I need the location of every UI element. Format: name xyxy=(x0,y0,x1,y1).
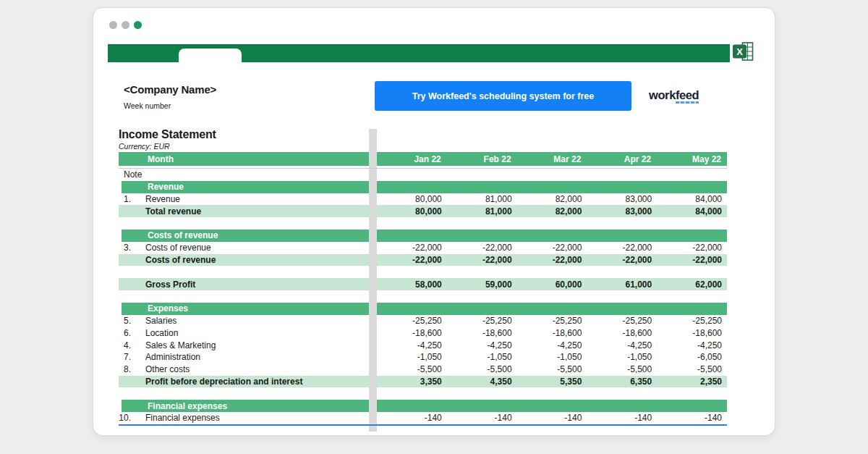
table-row-total: Profit before depreciation and interest3… xyxy=(119,376,727,388)
row-number: 7. xyxy=(119,351,136,363)
svg-text:X: X xyxy=(736,46,743,57)
cell-value: -22,000 xyxy=(517,242,587,254)
cell-value: 80,000 xyxy=(377,193,447,206)
page-background: X <Company Name> Week number Try Workfee… xyxy=(0,0,868,454)
total-value: -22,000 xyxy=(377,254,447,266)
cell-value: -5,500 xyxy=(447,363,517,376)
table-row-total: Gross Profit58,00059,00060,00061,00062,0… xyxy=(119,278,727,290)
window-dot-icon[interactable] xyxy=(109,21,117,29)
company-name: <Company Name> xyxy=(124,83,216,96)
cell-value: -18,600 xyxy=(657,327,727,339)
window-dot-icon[interactable] xyxy=(122,21,129,29)
cell-value: -22,000 xyxy=(657,242,727,254)
cell-value: -5,500 xyxy=(517,363,587,376)
cell-value: -22,000 xyxy=(587,242,657,254)
cell-value: -1,050 xyxy=(377,351,447,363)
section-header-band xyxy=(377,230,727,242)
cell-value: -4,250 xyxy=(517,339,587,351)
row-label: Administration xyxy=(136,351,369,363)
cell-value: -4,250 xyxy=(587,339,657,351)
sheet-tab[interactable] xyxy=(179,49,242,62)
month-header-cell: Jan 22 xyxy=(377,152,447,166)
total-row-label: Gross Profit xyxy=(119,278,369,290)
divider-gap xyxy=(369,242,377,254)
total-value: 2,350 xyxy=(657,376,727,388)
divider-gap xyxy=(369,351,377,363)
row-number: 3. xyxy=(119,242,136,254)
cell-value: -25,250 xyxy=(377,315,447,327)
cell-value: -25,250 xyxy=(517,315,587,327)
divider-gap xyxy=(369,363,377,376)
cell-value: -22,000 xyxy=(377,242,447,254)
workfeed-logo[interactable]: workfeed xyxy=(649,88,699,102)
cell-value: -18,600 xyxy=(447,327,517,339)
total-value: 84,000 xyxy=(657,205,727,217)
cell-value: -140 xyxy=(447,412,517,424)
logo-text-work: work xyxy=(649,88,676,101)
cell-value: -18,600 xyxy=(377,327,447,339)
row-label: Financial expenses xyxy=(136,412,369,424)
table-row-section: Revenue xyxy=(119,181,727,193)
cell-value: 83,000 xyxy=(587,193,657,206)
table-row-data: 1.Revenue80,00081,00082,00083,00084,000 xyxy=(119,193,727,206)
cell-value: -140 xyxy=(377,412,447,424)
total-row-label: Costs of revenue xyxy=(119,254,369,266)
excel-icon: X xyxy=(733,41,754,62)
section-header-band xyxy=(377,181,727,193)
table-row-data: 5.Salaries-25,250-25,250-25,250-25,250-2… xyxy=(119,315,727,327)
row-number: 5. xyxy=(119,315,136,327)
cell-value: -25,250 xyxy=(447,315,517,327)
table-row-data: 3.Costs of revenue-22,000-22,000-22,000-… xyxy=(119,242,727,254)
cta-button[interactable]: Try Workfeed's scheduling system for fre… xyxy=(375,81,631,111)
cell-value: -1,050 xyxy=(587,351,657,363)
cell-value: -4,250 xyxy=(377,339,447,351)
month-header-cell: Mar 22 xyxy=(517,152,587,166)
cell-value: -4,250 xyxy=(657,339,727,351)
total-value: 3,350 xyxy=(377,376,447,388)
table-row-data: 10.Financial expenses-140-140-140-140-14… xyxy=(119,412,727,424)
total-value: -22,000 xyxy=(587,254,657,266)
month-header-cell: Feb 22 xyxy=(447,152,517,166)
table-row-spacer xyxy=(119,217,727,230)
divider-gap xyxy=(369,181,377,193)
section-header-label: Costs of revenue xyxy=(122,230,369,242)
divider-gap xyxy=(369,376,377,388)
total-row-label: Total revenue xyxy=(119,205,369,217)
divider-gap xyxy=(369,339,377,351)
total-value: 6,350 xyxy=(587,376,657,388)
row-label: Other costs xyxy=(136,363,369,376)
income-statement-table: Month Jan 22 Feb 22 Mar 22 Apr 22 May 22… xyxy=(119,152,727,426)
table-row-section: Costs of revenue xyxy=(119,230,727,242)
cell-value: -5,500 xyxy=(587,363,657,376)
row-number: 10. xyxy=(119,412,136,424)
cell-value: -22,000 xyxy=(447,242,517,254)
table-row-data: 8.Other costs-5,500-5,500-5,500-5,500-5,… xyxy=(119,363,727,376)
table-row-total: Total revenue80,00081,00082,00083,00084,… xyxy=(119,205,727,217)
cell-value: -6,050 xyxy=(657,351,727,363)
window-controls xyxy=(109,21,142,29)
divider-gap xyxy=(369,400,377,412)
row-label: Sales & Marketing xyxy=(136,339,369,351)
divider-gap xyxy=(369,315,377,327)
row-number: 4. xyxy=(119,339,136,351)
cell-value: -18,600 xyxy=(587,327,657,339)
window-dot-icon[interactable] xyxy=(134,21,142,29)
section-header-band xyxy=(377,400,727,412)
cell-value: -140 xyxy=(517,412,587,424)
divider-gap xyxy=(369,303,377,315)
table-row-section: Financial expenses xyxy=(119,400,727,412)
total-value: 59,000 xyxy=(447,278,517,290)
cell-value: -5,500 xyxy=(377,363,447,376)
cell-value: 82,000 xyxy=(517,193,587,206)
divider-gap xyxy=(369,152,377,166)
cell-value: -1,050 xyxy=(447,351,517,363)
row-number: 6. xyxy=(119,327,136,339)
month-column-header: Month xyxy=(119,152,369,166)
table-row-spacer xyxy=(119,387,727,400)
cell-value: -25,250 xyxy=(587,315,657,327)
cell-value: -18,600 xyxy=(517,327,587,339)
cell-value: -1,050 xyxy=(517,351,587,363)
app-window: X <Company Name> Week number Try Workfee… xyxy=(93,7,775,436)
cell-value: -5,500 xyxy=(657,363,727,376)
total-value: 58,000 xyxy=(377,278,447,290)
